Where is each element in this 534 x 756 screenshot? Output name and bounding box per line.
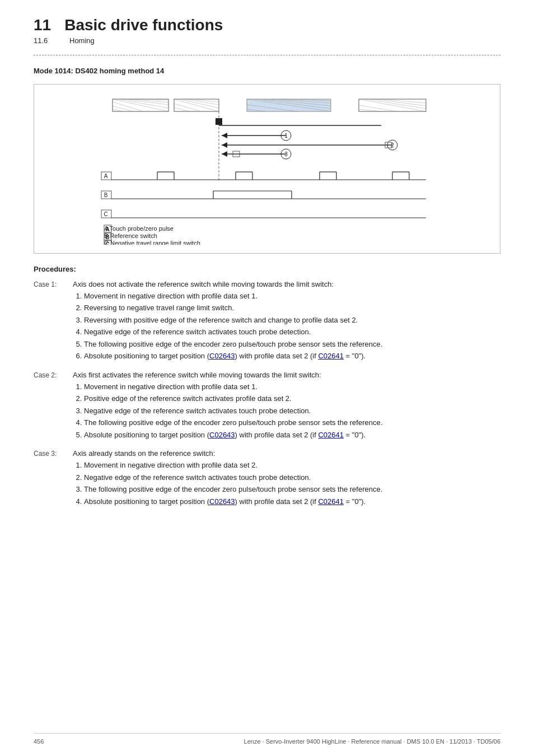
list-item: Positive edge of the reference switch ac…	[84, 393, 500, 404]
svg-line-12	[185, 99, 219, 105]
case-3-block: Case 3: Axis already stands on the refer…	[34, 449, 500, 508]
section-number: 11.6	[34, 36, 56, 45]
case-3-label: Case 3:	[34, 449, 73, 458]
svg-line-7	[113, 106, 133, 111]
svg-line-1	[113, 99, 168, 111]
svg-text:1: 1	[284, 133, 288, 139]
doc-info: Lenze · Servo-Inverter 9400 HighLine · R…	[244, 738, 500, 745]
list-item: The following positive edge of the encod…	[84, 339, 500, 350]
case-1-steps: Movement in negative direction with prof…	[73, 291, 500, 362]
svg-text:B  Reference switch: B Reference switch	[104, 232, 157, 239]
subheader: 11.6 Homing	[34, 36, 500, 45]
case-1-block: Case 1: Axis does not activate the refer…	[34, 280, 500, 363]
svg-line-15	[174, 108, 190, 111]
svg-line-8	[113, 109, 124, 111]
svg-text:C: C	[105, 241, 109, 245]
svg-marker-35	[222, 133, 227, 138]
case-3-content: Axis already stands on the reference swi…	[73, 449, 500, 508]
list-item: Negative edge of the reference switch ac…	[84, 405, 500, 417]
list-item: Movement in negative direction with prof…	[84, 460, 500, 471]
svg-text:C  Negative travel range limit: C Negative travel range limit switch	[104, 240, 200, 245]
svg-line-14	[174, 104, 201, 111]
case-2-block: Case 2: Axis first activates the referen…	[34, 371, 500, 442]
case-2-content: Axis first activates the reference switc…	[73, 371, 500, 442]
chapter-title: Basic drive functions	[64, 17, 223, 34]
page-number: 456	[34, 738, 44, 745]
page: 11 Basic drive functions 11.6 Homing Mod…	[0, 0, 534, 756]
list-item: Movement in negative direction with prof…	[84, 291, 500, 302]
link-c02643[interactable]: C02643	[209, 352, 235, 360]
mode-title: Mode 1014: DS402 homing method 14	[34, 67, 500, 75]
diagram: 1 2 3 A	[45, 94, 489, 246]
diagram-container: 1 2 3 A	[34, 84, 500, 254]
svg-line-25	[359, 99, 426, 111]
case-3-steps: Movement in negative direction with prof…	[73, 460, 500, 507]
chapter-number: 11	[34, 17, 51, 34]
svg-line-13	[191, 99, 219, 102]
list-item: The following positive edge of the encod…	[84, 484, 500, 495]
svg-line-30	[359, 109, 381, 111]
list-item: Reversing with positive edge of the refe…	[84, 315, 500, 326]
svg-rect-32	[216, 118, 222, 125]
link-c02641-2[interactable]: C02641	[318, 431, 344, 439]
link-c02641[interactable]: C02641	[318, 352, 344, 360]
case-1-content: Axis does not activate the reference swi…	[73, 280, 500, 363]
svg-text:A: A	[104, 173, 108, 179]
svg-text:B: B	[104, 192, 108, 198]
link-c02641-3[interactable]: C02641	[318, 497, 344, 506]
svg-text:2: 2	[391, 142, 394, 148]
link-c02643-2[interactable]: C02643	[209, 431, 235, 439]
section-title: Homing	[69, 36, 95, 45]
case-2-steps: Movement in negative direction with prof…	[73, 381, 500, 441]
svg-text:C: C	[104, 211, 107, 217]
case-2-label: Case 2:	[34, 371, 73, 379]
svg-text:B: B	[105, 234, 109, 240]
page-header: 11 Basic drive functions	[34, 17, 500, 34]
svg-marker-39	[222, 142, 227, 148]
list-item: The following positive edge of the encod…	[84, 417, 500, 428]
case-1-label: Case 1:	[34, 280, 73, 288]
svg-text:A  Touch probe/zero pulse: A Touch probe/zero pulse	[104, 225, 174, 232]
svg-line-29	[359, 105, 397, 111]
list-item: Absolute positioning to target position …	[84, 430, 500, 441]
divider	[34, 55, 500, 55]
list-item: Negative edge of the reference switch ac…	[84, 472, 500, 483]
list-item: Absolute positioning to target position …	[84, 351, 500, 362]
svg-text:A: A	[105, 226, 109, 232]
procedures-title: Procedures:	[34, 265, 500, 273]
case-3-intro: Axis already stands on the reference swi…	[73, 449, 500, 458]
case-1-intro: Axis does not activate the reference swi…	[73, 280, 500, 288]
link-c02643-3[interactable]: C02643	[209, 497, 235, 506]
case-2-intro: Axis first activates the reference switc…	[73, 371, 500, 379]
homing-diagram-svg: 1 2 3 A	[45, 94, 482, 245]
svg-text:3: 3	[284, 151, 288, 157]
list-item: Reversing to negative travel range limit…	[84, 302, 500, 314]
list-item: Movement in negative direction with prof…	[84, 381, 500, 393]
page-footer: 456 Lenze · Servo-Inverter 9400 HighLine…	[34, 733, 500, 745]
list-item: Absolute positioning to target position …	[84, 496, 500, 507]
list-item: Negative edge of the reference switch ac…	[84, 326, 500, 338]
svg-marker-44	[222, 151, 227, 157]
